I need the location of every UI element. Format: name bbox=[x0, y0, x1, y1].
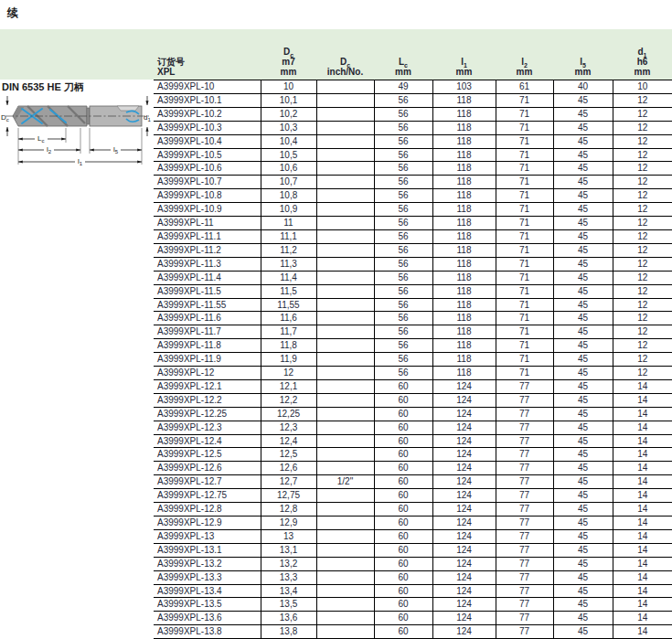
cell-l5: 45 bbox=[553, 421, 613, 434]
cell-l2: 71 bbox=[496, 339, 553, 353]
cell-lc: 60 bbox=[374, 625, 432, 639]
cell-l5: 45 bbox=[553, 448, 613, 462]
cell-dc-mm: 12,75 bbox=[261, 489, 316, 503]
cell-l5: 45 bbox=[553, 570, 613, 584]
cell-dc-inch bbox=[316, 529, 374, 543]
table-row: A3999XPL-13.213,260124774514 bbox=[154, 557, 672, 570]
cell-dc-inch bbox=[316, 379, 374, 393]
table-row: A3999XPL-11.111,156118714512 bbox=[154, 229, 672, 243]
cell-dc-inch bbox=[316, 257, 374, 271]
dimension-l1: l1 bbox=[18, 155, 142, 166]
cell-order: A3999XPL-11.9 bbox=[154, 353, 261, 367]
cell-l5: 45 bbox=[553, 503, 613, 517]
cell-l1: 118 bbox=[432, 339, 496, 353]
cell-l2: 77 bbox=[496, 434, 553, 448]
cell-lc: 56 bbox=[374, 353, 432, 367]
cell-l2: 77 bbox=[496, 625, 553, 639]
cell-lc: 56 bbox=[374, 189, 432, 203]
cell-dc-inch bbox=[316, 612, 374, 625]
cell-order: A3999XPL-12.3 bbox=[154, 421, 261, 434]
cell-d1: 14 bbox=[613, 462, 672, 475]
cell-l1: 124 bbox=[432, 598, 496, 612]
cell-l1: 124 bbox=[432, 462, 496, 475]
table-row: A3999XPL-11.711,756118714512 bbox=[154, 325, 672, 339]
cell-l5: 45 bbox=[553, 612, 613, 625]
cell-l1: 118 bbox=[432, 243, 496, 257]
dimension-d1: d1 bbox=[144, 96, 151, 136]
cell-d1: 12 bbox=[613, 217, 672, 230]
cell-lc: 49 bbox=[374, 80, 432, 94]
cell-lc: 56 bbox=[374, 162, 432, 176]
cell-l2: 77 bbox=[496, 598, 553, 612]
cell-order: A3999XPL-12.6 bbox=[154, 462, 261, 475]
cell-order: A3999XPL-10.6 bbox=[154, 162, 261, 176]
cell-l5: 45 bbox=[553, 475, 613, 489]
cell-l2: 71 bbox=[496, 229, 553, 243]
cell-dc-mm: 13,2 bbox=[261, 557, 316, 570]
cell-l5: 45 bbox=[553, 557, 613, 570]
cell-d1: 14 bbox=[613, 529, 672, 543]
cell-lc: 60 bbox=[374, 584, 432, 598]
cell-lc: 56 bbox=[374, 257, 432, 271]
table-row: A3999XPL-11.911,956118714512 bbox=[154, 353, 672, 367]
cell-l2: 71 bbox=[496, 312, 553, 325]
cell-l5: 45 bbox=[553, 489, 613, 503]
cell-l2: 77 bbox=[496, 475, 553, 489]
cell-l5: 45 bbox=[553, 203, 613, 217]
cell-dc-inch bbox=[316, 203, 374, 217]
cell-l5: 45 bbox=[553, 517, 613, 530]
cell-l5: 45 bbox=[553, 93, 613, 107]
cell-order: A3999XPL-10.5 bbox=[154, 148, 261, 162]
continued-label: 续 bbox=[7, 5, 18, 21]
cell-dc-mm: 10,5 bbox=[261, 148, 316, 162]
cell-l5: 45 bbox=[553, 584, 613, 598]
cell-dc-mm: 10,4 bbox=[261, 134, 316, 148]
cell-l2: 77 bbox=[496, 489, 553, 503]
cell-dc-inch bbox=[316, 107, 374, 121]
table-row: A3999XPL-12.712,71/2"60124774514 bbox=[154, 475, 672, 489]
cell-lc: 56 bbox=[374, 217, 432, 230]
cell-l1: 118 bbox=[432, 189, 496, 203]
cell-l1: 124 bbox=[432, 612, 496, 625]
cell-d1: 12 bbox=[613, 353, 672, 367]
cell-lc: 56 bbox=[374, 107, 432, 121]
cell-d1: 12 bbox=[613, 325, 672, 339]
table-row: A3999XPL-13.413,460124774514 bbox=[154, 584, 672, 598]
cell-order: A3999XPL-10.1 bbox=[154, 93, 261, 107]
cell-l5: 45 bbox=[553, 298, 613, 312]
cell-l1: 124 bbox=[432, 393, 496, 407]
cell-d1: 14 bbox=[613, 475, 672, 489]
cell-lc: 60 bbox=[374, 529, 432, 543]
cell-order: A3999XPL-12.5 bbox=[154, 448, 261, 462]
table-row: A3999XPL-121256118714512 bbox=[154, 367, 672, 380]
cell-d1: 12 bbox=[613, 189, 672, 203]
cell-d1: 12 bbox=[613, 176, 672, 189]
cell-d1: 12 bbox=[613, 93, 672, 107]
cell-l1: 118 bbox=[432, 107, 496, 121]
table-row: A3999XPL-12.2512,2560124774514 bbox=[154, 407, 672, 421]
cell-l2: 77 bbox=[496, 407, 553, 421]
cell-l5: 45 bbox=[553, 625, 613, 639]
cell-dc-inch bbox=[316, 148, 374, 162]
cell-dc-mm: 10,2 bbox=[261, 107, 316, 121]
cell-order: A3999XPL-12.9 bbox=[154, 517, 261, 530]
cell-order: A3999XPL-12.25 bbox=[154, 407, 261, 421]
cell-l1: 118 bbox=[432, 203, 496, 217]
spec-table-body: A3999XPL-101049103614010A3999XPL-10.110,… bbox=[154, 80, 672, 639]
cell-order: A3999XPL-11.6 bbox=[154, 312, 261, 325]
cell-l5: 45 bbox=[553, 325, 613, 339]
table-row: A3999XPL-13.513,560124774514 bbox=[154, 598, 672, 612]
table-row: A3999XPL-10.310,356118714512 bbox=[154, 121, 672, 134]
cell-dc-mm: 11,4 bbox=[261, 271, 316, 284]
cell-lc: 60 bbox=[374, 570, 432, 584]
cell-d1: 14 bbox=[613, 598, 672, 612]
table-row: A3999XPL-10.810,856118714512 bbox=[154, 189, 672, 203]
cell-dc-inch bbox=[316, 598, 374, 612]
cell-d1: 12 bbox=[613, 339, 672, 353]
table-row: A3999XPL-10.410,456118714512 bbox=[154, 134, 672, 148]
cell-dc-inch bbox=[316, 325, 374, 339]
cell-l1: 124 bbox=[432, 379, 496, 393]
cell-order: A3999XPL-12.75 bbox=[154, 489, 261, 503]
cell-l1: 124 bbox=[432, 421, 496, 434]
cell-lc: 56 bbox=[374, 325, 432, 339]
